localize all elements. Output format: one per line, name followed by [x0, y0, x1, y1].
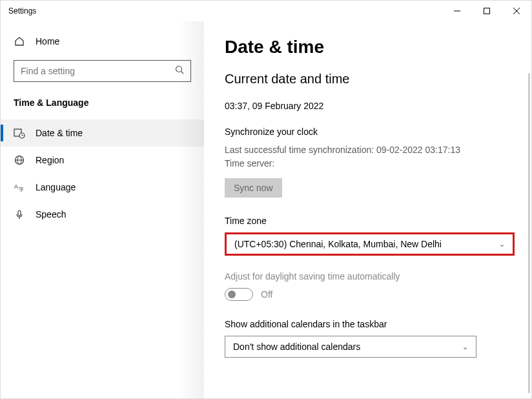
- svg-text:A: A: [14, 183, 18, 190]
- additional-calendars-value: Don't show additional calendars: [233, 342, 360, 352]
- chevron-down-icon: ⌄: [462, 343, 468, 351]
- home-icon: [14, 36, 25, 47]
- current-datetime-heading: Current date and time: [225, 72, 515, 87]
- home-link[interactable]: Home: [1, 29, 204, 54]
- last-sync-text: Last successful time synchronization: 09…: [225, 143, 515, 157]
- home-label: Home: [36, 36, 59, 46]
- sidebar-item-label: Speech: [36, 209, 66, 220]
- sync-now-button[interactable]: Sync now: [225, 178, 282, 198]
- globe-icon: [14, 154, 25, 166]
- svg-line-5: [181, 72, 184, 74]
- sync-heading: Synchronize your clock: [225, 127, 515, 137]
- timezone-label: Time zone: [225, 216, 515, 226]
- main-panel: Date & time Current date and time 03:37,…: [204, 21, 531, 398]
- timezone-value: (UTC+05:30) Chennai, Kolkata, Mumbai, Ne…: [234, 239, 442, 249]
- sidebar-item-label: Date & time: [36, 128, 83, 138]
- sidebar: Home Time & Language Date & time Region …: [1, 21, 204, 398]
- svg-rect-1: [484, 8, 490, 14]
- current-datetime-value: 03:37, 09 February 2022: [225, 101, 515, 111]
- timezone-dropdown[interactable]: (UTC+05:30) Chennai, Kolkata, Mumbai, Ne…: [225, 232, 515, 256]
- calendar-clock-icon: [14, 127, 25, 139]
- sidebar-item-language[interactable]: A字 Language: [1, 174, 204, 201]
- svg-point-4: [176, 66, 182, 72]
- search-input[interactable]: [14, 60, 191, 82]
- sidebar-item-region[interactable]: Region: [1, 147, 204, 174]
- additional-calendars-label: Show additional calendars in the taskbar: [225, 319, 515, 329]
- sidebar-item-date-time[interactable]: Date & time: [1, 119, 204, 147]
- dst-state-text: Off: [261, 289, 272, 300]
- dst-label: Adjust for daylight saving time automati…: [225, 271, 515, 281]
- window-title: Settings: [8, 6, 36, 15]
- minimize-button[interactable]: [442, 1, 472, 21]
- scrollbar[interactable]: [528, 73, 530, 393]
- dst-toggle: [225, 288, 253, 301]
- maximize-button[interactable]: [472, 1, 502, 21]
- svg-rect-13: [18, 210, 21, 216]
- sidebar-item-label: Region: [36, 155, 64, 165]
- sidebar-item-label: Language: [36, 182, 76, 192]
- svg-text:字: 字: [19, 187, 24, 192]
- search-icon: [175, 65, 184, 77]
- page-title: Date & time: [225, 37, 515, 57]
- category-header: Time & Language: [1, 94, 204, 119]
- microphone-icon: [14, 209, 25, 220]
- close-button[interactable]: [502, 1, 531, 21]
- chevron-down-icon: ⌄: [499, 240, 505, 249]
- additional-calendars-dropdown[interactable]: Don't show additional calendars ⌄: [225, 336, 476, 358]
- search-field[interactable]: [21, 66, 163, 76]
- language-icon: A字: [14, 181, 25, 193]
- sidebar-item-speech[interactable]: Speech: [1, 201, 204, 228]
- time-server-text: Time server:: [225, 157, 515, 170]
